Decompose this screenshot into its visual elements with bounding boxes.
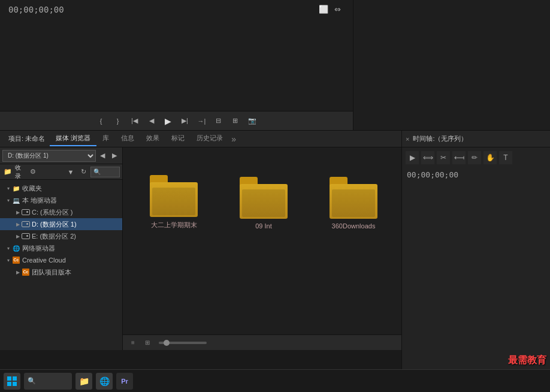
collect-label[interactable]: 收录 xyxy=(15,167,26,177)
tab-info[interactable]: 信息 xyxy=(115,131,140,146)
go-to-in-btn[interactable]: |◀ xyxy=(129,115,141,127)
tree-arrow-c: ▶ xyxy=(14,209,22,216)
premiere-icon: Pr xyxy=(121,378,128,385)
folder-icon: 📁 xyxy=(2,167,13,177)
timeline-header: × 时间轴:（无序列） xyxy=(402,131,550,147)
tree-arrow-team: ▶ xyxy=(14,269,22,276)
d-drive-label: D: (数据分区 1) xyxy=(32,220,77,229)
c-drive-label: C: (系统分区 ) xyxy=(32,208,72,217)
folder-icon-3 xyxy=(330,177,377,219)
export-frame-btn[interactable]: 📷 xyxy=(246,115,258,127)
source-icons: ⬜ ⇔ xyxy=(319,5,341,14)
tree-area: ▾ 📁 收藏夹 ▾ 💻 本 地驱动器 ▶ C: (系统分区 ) ▶ xyxy=(0,180,122,350)
network-icon: 🌐 xyxy=(12,244,20,252)
play-btn[interactable]: ▶ xyxy=(162,115,174,127)
cc-icon: Cc xyxy=(12,256,20,264)
network-label: 网络驱动器 xyxy=(22,244,55,253)
tree-arrow-favorites: ▾ xyxy=(5,185,12,192)
local-drives-label: 本 地驱动器 xyxy=(22,196,57,205)
tab-history[interactable]: 历史记录 xyxy=(191,131,229,146)
tab-overflow-btn[interactable]: » xyxy=(231,134,236,144)
settings-icon[interactable]: ⚙ xyxy=(28,167,38,177)
start-btn[interactable] xyxy=(4,373,20,390)
tab-markers[interactable]: 标记 xyxy=(165,131,191,146)
team-icon: Cc xyxy=(22,268,30,276)
step-fwd-btn[interactable]: ▶| xyxy=(179,115,191,127)
explorer-icon: 📁 xyxy=(79,376,89,386)
premiere-btn[interactable]: Pr xyxy=(116,373,133,390)
tree-node-c[interactable]: ▶ C: (系统分区 ) xyxy=(0,206,122,218)
mark-out-btn[interactable]: } xyxy=(112,115,124,127)
list-view-btn[interactable]: ≡ xyxy=(128,339,138,347)
left-panel-toolbar: D: (数据分区 1) C: (系统分区) E: (数据分区 2) ◀ ▶ xyxy=(0,147,122,164)
source-timecode: 00;00;00;00 xyxy=(8,5,64,14)
browser-icon: 🌐 xyxy=(99,376,110,386)
svg-rect-0 xyxy=(7,376,11,381)
tree-node-team-projects[interactable]: ▶ Cc 团队项目版本 xyxy=(0,266,122,278)
main-area: D: (数据分区 1) C: (系统分区) E: (数据分区 2) ◀ ▶ 📁 … xyxy=(0,147,550,350)
search-box[interactable]: 🔍 xyxy=(90,167,120,177)
filter-icon[interactable]: ▼ xyxy=(65,167,76,177)
hdd-d-icon xyxy=(22,220,30,228)
overwrite-btn[interactable]: ⊞ xyxy=(229,115,241,127)
folder-icon-1 xyxy=(150,175,198,217)
e-drive-label: E: (数据分区 2) xyxy=(32,232,76,241)
timeline-select-tool[interactable]: ▶ xyxy=(406,151,419,164)
explorer-btn[interactable]: 📁 xyxy=(75,373,92,390)
timeline-slip-tool[interactable]: ⟻ xyxy=(452,151,466,164)
file-item-2[interactable]: 09 Int xyxy=(222,156,306,234)
step-back-btn[interactable]: ◀ xyxy=(146,115,158,127)
tab-media-browser[interactable]: 媒体 浏览器 xyxy=(50,131,96,146)
grid-view-btn[interactable]: ⊞ xyxy=(142,339,153,347)
size-slider-thumb xyxy=(164,340,170,346)
team-label: 团队项目版本 xyxy=(32,268,71,277)
tree-arrow-e: ▶ xyxy=(14,233,22,240)
refresh-icon[interactable]: ↻ xyxy=(78,167,89,177)
file-item-3[interactable]: 360Downloads xyxy=(312,156,395,234)
timeline-title: 时间轴:（无序列） xyxy=(413,134,467,143)
folder-icon-2 xyxy=(240,177,288,219)
tree-node-creative-cloud[interactable]: ▾ Cc Creative Cloud xyxy=(0,254,122,266)
hdd-c-icon xyxy=(22,208,30,216)
favorites-folder-icon: 📁 xyxy=(12,184,20,192)
project-label: 项目: 未命名 xyxy=(4,134,50,143)
cc-label: Creative Cloud xyxy=(22,257,66,264)
wrench-icon[interactable]: ⬜ xyxy=(319,5,328,14)
svg-rect-2 xyxy=(7,382,11,386)
tab-effects[interactable]: 效果 xyxy=(140,131,165,146)
size-slider[interactable] xyxy=(159,342,207,344)
hdd-e-icon xyxy=(22,232,30,240)
tree-arrow-network: ▾ xyxy=(5,245,12,252)
left-panel-toolbar2: 📁 收录 ⚙ ▼ ↻ 🔍 xyxy=(0,164,122,180)
timeline-type-tool[interactable]: T xyxy=(499,151,512,164)
tree-node-local-drives[interactable]: ▾ 💻 本 地驱动器 xyxy=(0,194,122,206)
tree-node-favorites[interactable]: ▾ 📁 收藏夹 xyxy=(0,182,122,194)
timeline-pen-tool[interactable]: ✏ xyxy=(468,151,481,164)
browser-btn[interactable]: 🌐 xyxy=(96,373,113,390)
svg-rect-3 xyxy=(13,382,17,386)
file-item-1[interactable]: 大二上学期期末 xyxy=(132,156,216,234)
go-to-out-btn[interactable]: →| xyxy=(196,115,208,127)
tree-node-e[interactable]: ▶ E: (数据分区 2) xyxy=(0,230,122,242)
insert-btn[interactable]: ⊟ xyxy=(213,115,225,127)
timeline-panel: × 时间轴:（无序列） ▶ ⟺ ✂ ⟻ ✏ ✋ T 00;00;00;00 xyxy=(401,131,550,369)
tree-node-network[interactable]: ▾ 🌐 网络驱动器 xyxy=(0,242,122,254)
drive-select[interactable]: D: (数据分区 1) C: (系统分区) E: (数据分区 2) xyxy=(2,150,96,162)
nav-back-btn[interactable]: ◀ xyxy=(97,150,108,161)
transport-bar: { } |◀ ◀ ▶ ▶| →| ⊟ ⊞ 📷 xyxy=(0,111,353,130)
tree-node-d[interactable]: ▶ D: (数据分区 1) xyxy=(0,218,122,230)
timeline-hand-tool[interactable]: ✋ xyxy=(483,151,497,164)
extract-icon[interactable]: ⇔ xyxy=(334,5,341,14)
local-drives-icon: 💻 xyxy=(12,196,20,204)
file-name-1: 大二上学期期末 xyxy=(151,221,197,230)
file-name-2: 09 Int xyxy=(255,222,272,230)
mark-in-btn[interactable]: { xyxy=(95,115,107,127)
nav-fwd-btn[interactable]: ▶ xyxy=(109,150,120,161)
favorites-label: 收藏夹 xyxy=(22,184,42,193)
timeline-ripple-tool[interactable]: ⟺ xyxy=(421,151,434,164)
left-panel: D: (数据分区 1) C: (系统分区) E: (数据分区 2) ◀ ▶ 📁 … xyxy=(0,147,123,350)
search-taskbar-btn[interactable]: 🔍 xyxy=(24,373,72,390)
timeline-razor-tool[interactable]: ✂ xyxy=(437,151,450,164)
timeline-close-btn[interactable]: × xyxy=(406,135,409,143)
tab-library[interactable]: 库 xyxy=(96,131,115,146)
